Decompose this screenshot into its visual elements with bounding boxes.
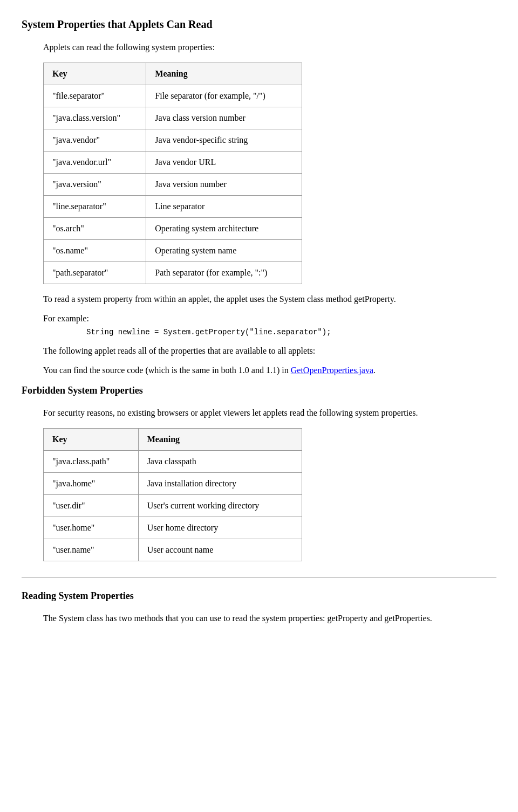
table-row: "user.name"User account name [44,539,302,561]
table1: Key Meaning "file.separator"File separat… [43,63,302,284]
divider [22,577,496,578]
table-row: "java.class.version"Java class version n… [44,107,302,129]
table1-header-meaning: Meaning [146,63,302,85]
forbidden-title: Forbidden System Properties [22,383,496,398]
forbidden-intro: For security reasons, no existing browse… [43,407,496,419]
table2-header-meaning: Meaning [138,429,302,451]
table1-key-cell: "java.vendor" [44,129,146,152]
table2-meaning-cell: Java installation directory [138,473,302,495]
table2-key-cell: "user.name" [44,539,139,561]
table2-header-key: Key [44,429,139,451]
table-row: "path.separator"Path separator (for exam… [44,262,302,284]
table1-meaning-cell: Java vendor-specific string [146,129,302,152]
table-row: "java.vendor.url"Java vendor URL [44,152,302,174]
page-title: System Properties that Applets Can Read [22,16,496,32]
table-row: "java.class.path"Java classpath [44,451,302,473]
table2-key-cell: "java.class.path" [44,451,139,473]
table2-key-cell: "java.home" [44,473,139,495]
table-row: "java.version"Java version number [44,174,302,196]
table1-meaning-cell: File separator (for example, "/") [146,85,302,107]
read-note: To read a system property from within an… [43,293,496,306]
reading-section: Reading System Properties The System cla… [22,589,496,625]
table2-key-cell: "user.home" [44,517,139,539]
table2-meaning-cell: User home directory [138,517,302,539]
table2-meaning-cell: User account name [138,539,302,561]
table1-key-cell: "os.arch" [44,218,146,240]
table1-key-cell: "line.separator" [44,196,146,218]
intro-text: Applets can read the following system pr… [43,41,496,54]
table-row: "java.vendor"Java vendor-specific string [44,129,302,152]
table-row: "user.home"User home directory [44,517,302,539]
page-container: System Properties that Applets Can Read … [22,16,496,625]
table-row: "user.dir"User's current working directo… [44,495,302,517]
table1-meaning-cell: Java vendor URL [146,152,302,174]
table1-meaning-cell: Path separator (for example, ":") [146,262,302,284]
table1-key-cell: "path.separator" [44,262,146,284]
source-code-text: You can find the source code (which is t… [43,364,496,377]
table1-meaning-cell: Operating system architecture [146,218,302,240]
reading-text: The System class has two methods that yo… [43,612,496,625]
table2: Key Meaning "java.class.path"Java classp… [43,428,302,561]
table1-header-key: Key [44,63,146,85]
table1-key-cell: "java.vendor.url" [44,152,146,174]
example-label: For example: String newline = System.get… [43,312,496,338]
table1-meaning-cell: Java version number [146,174,302,196]
table-row: "os.arch"Operating system architecture [44,218,302,240]
get-open-properties-link[interactable]: GetOpenProperties.java [291,366,373,375]
table1-meaning-cell: Java class version number [146,107,302,129]
table2-meaning-cell: Java classpath [138,451,302,473]
code-line: String newline = System.getProperty("lin… [86,328,331,336]
table1-key-cell: "file.separator" [44,85,146,107]
table2-key-cell: "user.dir" [44,495,139,517]
table1-key-cell: "java.version" [44,174,146,196]
forbidden-section: Forbidden System Properties For security… [22,383,496,561]
following-text: The following applet reads all of the pr… [43,345,496,357]
table-row: "os.name"Operating system name [44,240,302,262]
reading-title: Reading System Properties [22,589,496,603]
table1-meaning-cell: Line separator [146,196,302,218]
table-row: "line.separator"Line separator [44,196,302,218]
table-row: "java.home"Java installation directory [44,473,302,495]
table1-key-cell: "java.class.version" [44,107,146,129]
table1-meaning-cell: Operating system name [146,240,302,262]
table2-meaning-cell: User's current working directory [138,495,302,517]
table1-key-cell: "os.name" [44,240,146,262]
table-row: "file.separator"File separator (for exam… [44,85,302,107]
